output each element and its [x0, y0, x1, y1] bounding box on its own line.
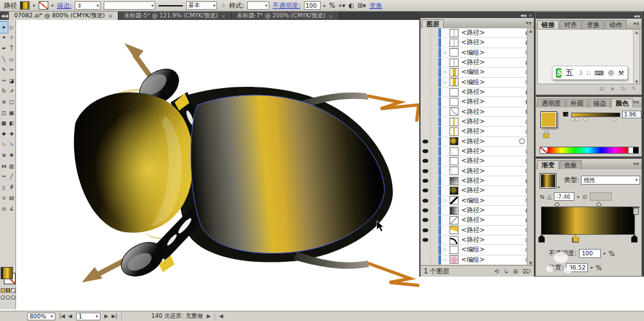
scroll-up-icon[interactable]: ▲	[529, 28, 533, 33]
visibility-eye-icon[interactable]	[421, 107, 431, 116]
tool-button[interactable]: ✎	[0, 64, 8, 75]
stroke-color-swatch[interactable]	[39, 1, 48, 10]
tool-button[interactable]: ▷	[8, 22, 15, 33]
layer-row[interactable]: ▷ <编组>	[421, 245, 534, 255]
opacity-stepper-icon[interactable]: ▸	[324, 3, 327, 8]
gradient-midpoint-icon[interactable]	[596, 202, 601, 207]
layers-panel-button[interactable]: ⊞	[513, 268, 518, 275]
style-select[interactable]: ▾	[247, 1, 269, 10]
layer-label[interactable]: <路径>	[461, 107, 526, 116]
layers-panel-button[interactable]: ⌦	[522, 268, 531, 275]
collapse-icon[interactable]: ◀◀	[520, 13, 526, 17]
gradient-type-select[interactable]: 线性▾	[581, 176, 640, 185]
opacity-input[interactable]: 100	[304, 1, 321, 10]
sogou-logo-icon[interactable]: S	[556, 68, 562, 78]
keyboard-icon[interactable]: ⌨	[594, 69, 603, 77]
tool-button[interactable]: ⇗	[8, 86, 15, 97]
layer-label[interactable]: <编组>	[461, 255, 526, 264]
gradient-stop[interactable]	[573, 235, 579, 243]
visibility-eye-icon[interactable]	[421, 226, 431, 235]
lock-cell[interactable]	[431, 255, 439, 264]
expander-icon[interactable]: ▷	[444, 247, 450, 252]
first-artboard-icon[interactable]: |◀	[59, 313, 65, 319]
lock-cell[interactable]	[431, 216, 439, 225]
layer-label[interactable]: <路径>	[461, 58, 526, 67]
panel-tab[interactable]: 外观	[566, 98, 588, 107]
scroll-up-icon[interactable]: ▲	[635, 30, 638, 34]
none-swatch-icon[interactable]	[540, 147, 548, 153]
channel-value-input[interactable]: 1.96	[622, 111, 641, 118]
ime-mode-char[interactable]: 五	[565, 68, 573, 78]
panel-menu-icon[interactable]: ▾≡	[634, 100, 639, 105]
lock-cell[interactable]	[431, 68, 439, 77]
layer-row[interactable]: ▷ <编组>	[421, 48, 534, 58]
fill-color-swatch[interactable]	[20, 1, 30, 10]
gradient-angle-input[interactable]: -7.46	[554, 192, 574, 201]
chevron-down-icon[interactable]: ▾	[52, 3, 54, 8]
scroll-down-icon[interactable]: ▼	[635, 79, 638, 84]
layer-label[interactable]: <路径>	[461, 206, 526, 215]
color-spectrum-bar[interactable]	[540, 147, 639, 154]
tool-button[interactable]: ▥	[8, 161, 15, 172]
panel-tab[interactable]: 透明度	[537, 98, 565, 107]
layer-label[interactable]: <路径>	[461, 87, 526, 96]
panel-menu-icon[interactable]: ▾≡	[634, 21, 639, 26]
expander-icon[interactable]: ▷	[444, 198, 450, 203]
lock-cell[interactable]	[431, 147, 439, 156]
panel-tab[interactable]: 动作	[605, 20, 627, 29]
layers-scrollbar[interactable]: ▲ ▼	[527, 28, 534, 265]
opacity-link[interactable]: 不透明度:	[272, 1, 300, 10]
panel-tab[interactable]: 描边	[589, 98, 611, 107]
visibility-eye-icon[interactable]	[421, 147, 431, 156]
layer-row[interactable]: ▷ <编组>	[421, 68, 534, 77]
panel-menu-icon[interactable]: ▾≡	[526, 21, 532, 26]
panel-tab[interactable]: 色板	[560, 160, 582, 169]
tool-button[interactable]: ✏	[8, 64, 15, 75]
visibility-eye-icon[interactable]	[421, 28, 431, 37]
tool-button[interactable]: ∡	[8, 203, 15, 214]
gradient-ramp[interactable]	[541, 206, 635, 235]
stroke-weight-select[interactable]: ⇕▾	[75, 1, 100, 10]
visibility-eye-icon[interactable]	[421, 206, 431, 215]
layer-row[interactable]: ▷ <路径>	[421, 127, 534, 136]
chevron-down-icon[interactable]: ▾	[558, 185, 560, 189]
tool-button[interactable]: ∿	[8, 140, 15, 151]
layer-label[interactable]: <路径>	[461, 235, 526, 244]
panel-tab[interactable]: 链接	[537, 20, 559, 29]
layer-label[interactable]: <编组>	[461, 48, 526, 57]
layer-row[interactable]: ▷ <路径>	[421, 147, 534, 156]
layer-row[interactable]: ▷ <路径>	[421, 38, 534, 48]
chevron-down-icon[interactable]: ▾	[33, 3, 35, 8]
stroke-link[interactable]: 描边:	[57, 1, 71, 10]
layer-row[interactable]: ▷ <路径>	[421, 206, 534, 216]
layer-label[interactable]: <编组>	[461, 245, 526, 254]
tool-button[interactable]: ⊕	[0, 150, 8, 161]
expander-icon[interactable]: ▷	[444, 257, 450, 262]
visibility-eye-icon[interactable]	[421, 38, 431, 47]
tool-button[interactable]: ≋	[0, 96, 8, 107]
channel-slider[interactable]	[571, 113, 620, 117]
lock-cell[interactable]	[431, 107, 439, 116]
layer-label[interactable]: <编组>	[461, 196, 526, 205]
lock-cell[interactable]	[431, 117, 439, 126]
brush-definition-select[interactable]: 基本▾	[186, 1, 217, 10]
tool-button[interactable]: ╱	[8, 171, 15, 182]
lock-cell[interactable]	[431, 137, 439, 146]
spectrum-ramp[interactable]	[548, 147, 628, 153]
tool-button[interactable]: ∪	[0, 193, 8, 204]
tool-button[interactable]: ▯	[0, 182, 8, 193]
lock-cell[interactable]	[431, 58, 439, 67]
lock-cell[interactable]	[431, 38, 439, 47]
screen-mode-menu-button[interactable]	[6, 295, 10, 300]
document-tab[interactable]: 07082.ai* @ 800% (CMYK/预览) ×	[9, 12, 118, 20]
fill-swatch[interactable]	[1, 267, 13, 279]
layer-label[interactable]: <路径>	[461, 117, 526, 126]
lock-cell[interactable]	[431, 167, 439, 176]
layer-row[interactable]: ▷ <路径>	[421, 216, 534, 225]
panel-tab[interactable]: 变换	[582, 20, 604, 29]
lock-cell[interactable]	[431, 28, 439, 37]
visibility-eye-icon[interactable]	[421, 78, 431, 87]
fill-stroke-indicator[interactable]	[0, 267, 16, 290]
link-action-button[interactable]: ⇄	[600, 86, 605, 92]
layer-row[interactable]: ▷ <编组>	[421, 78, 534, 87]
